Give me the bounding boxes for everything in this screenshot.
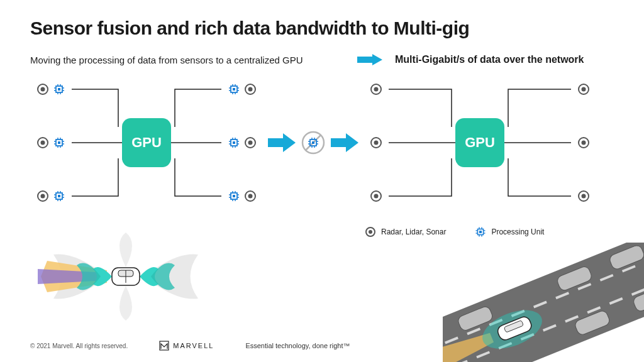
chip-icon bbox=[228, 83, 240, 96]
legend-sensor-label: Radar, Lidar, Sonar bbox=[381, 228, 446, 236]
node-right-top-right bbox=[577, 83, 590, 96]
svg-rect-102 bbox=[479, 231, 482, 233]
brand-logo: MARVELL bbox=[159, 341, 214, 351]
sensor-icon bbox=[244, 83, 257, 96]
subtitle-right: Multi-Gigabit/s of data over the network bbox=[395, 54, 584, 65]
chip-icon bbox=[53, 83, 65, 96]
slide-title: Sensor fusion and rich data bandwidth to… bbox=[30, 18, 614, 39]
chip-icon bbox=[53, 190, 65, 202]
svg-marker-0 bbox=[357, 54, 382, 65]
subtitle-row: Moving the processing of data from senso… bbox=[30, 54, 614, 65]
svg-rect-52 bbox=[233, 141, 235, 144]
road-illustration bbox=[443, 243, 644, 362]
sensor-icon bbox=[36, 190, 49, 202]
chip-icon bbox=[228, 136, 240, 149]
node-left-top-left bbox=[36, 83, 65, 96]
svg-rect-28 bbox=[58, 195, 60, 197]
svg-marker-73 bbox=[268, 133, 296, 152]
svg-point-88 bbox=[374, 87, 379, 92]
tagline: Essential technology, done right™ bbox=[245, 342, 350, 349]
sensor-icon bbox=[365, 226, 376, 238]
svg-rect-16 bbox=[58, 141, 60, 144]
transition-group bbox=[263, 130, 364, 155]
car-icon bbox=[112, 268, 140, 285]
sensor-icon bbox=[577, 83, 590, 96]
diagram-row: GPU bbox=[30, 77, 614, 209]
marvell-logo-icon bbox=[159, 341, 169, 351]
node-left-bot-right bbox=[228, 190, 257, 202]
svg-point-96 bbox=[582, 141, 586, 145]
node-right-mid-left bbox=[370, 136, 382, 149]
node-left-bot-left bbox=[36, 190, 65, 202]
sensor-icon bbox=[244, 136, 257, 149]
car-sensor-illustration bbox=[38, 233, 201, 321]
svg-point-26 bbox=[41, 194, 45, 199]
svg-point-94 bbox=[582, 87, 586, 92]
svg-rect-77 bbox=[312, 141, 314, 144]
chip-icon bbox=[228, 190, 240, 202]
brand-name: MARVELL bbox=[173, 342, 214, 349]
node-left-mid-left bbox=[36, 136, 65, 149]
arrow-right-icon bbox=[331, 133, 358, 152]
gpu-box-left: GPU bbox=[122, 118, 171, 167]
subtitle-left: Moving the processing of data from senso… bbox=[30, 55, 357, 65]
chip-removed-icon bbox=[301, 130, 326, 155]
sensor-icon bbox=[36, 83, 49, 96]
svg-point-50 bbox=[248, 141, 253, 145]
sensor-icon bbox=[577, 190, 590, 202]
svg-rect-4 bbox=[58, 88, 60, 90]
legend: Radar, Lidar, Sonar Processing Unit bbox=[365, 226, 544, 238]
sensor-icon bbox=[370, 190, 382, 202]
sensor-icon bbox=[577, 136, 590, 149]
sensor-icon bbox=[370, 136, 382, 149]
copyright: © 2021 Marvell. All rights reserved. bbox=[30, 343, 128, 349]
svg-point-38 bbox=[248, 87, 253, 92]
node-left-mid-right bbox=[228, 136, 257, 149]
node-right-bot-left bbox=[370, 190, 382, 202]
svg-point-98 bbox=[582, 194, 586, 199]
arrow-right-icon bbox=[268, 133, 296, 152]
sensor-icon bbox=[244, 190, 257, 202]
svg-point-100 bbox=[369, 230, 372, 234]
sensor-icon bbox=[36, 136, 49, 149]
legend-chip-label: Processing Unit bbox=[491, 228, 544, 236]
svg-point-92 bbox=[374, 194, 379, 199]
left-topology: GPU bbox=[30, 77, 263, 209]
arrow-right-icon bbox=[357, 54, 382, 65]
svg-point-62 bbox=[248, 194, 253, 199]
svg-point-2 bbox=[41, 87, 45, 92]
svg-marker-86 bbox=[331, 133, 358, 152]
node-left-top-right bbox=[228, 83, 257, 96]
chip-icon bbox=[475, 226, 486, 238]
node-right-mid-right bbox=[577, 136, 590, 149]
node-right-top-left bbox=[370, 83, 382, 96]
footer: © 2021 Marvell. All rights reserved. MAR… bbox=[30, 341, 350, 351]
node-right-bot-right bbox=[577, 190, 590, 202]
sensor-icon bbox=[370, 83, 382, 96]
svg-point-14 bbox=[41, 141, 45, 145]
right-topology: GPU bbox=[364, 77, 596, 209]
gpu-box-right: GPU bbox=[455, 118, 504, 167]
svg-rect-64 bbox=[233, 195, 235, 197]
chip-icon bbox=[53, 136, 65, 149]
svg-point-90 bbox=[374, 141, 379, 145]
svg-rect-40 bbox=[233, 88, 235, 90]
